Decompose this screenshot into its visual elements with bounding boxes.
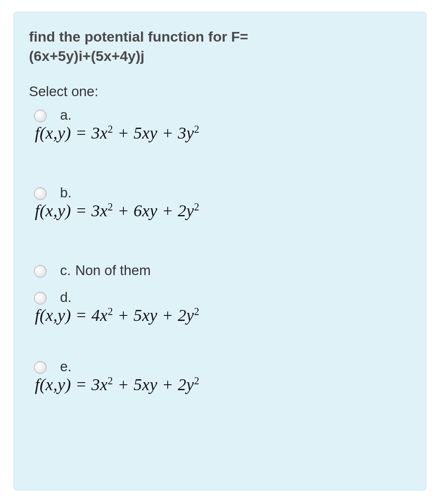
- option-e-formula: f(x,y) = 3x2 + 5xy + 2y2: [35, 375, 411, 394]
- question-text: find the potential function for F= (6x+5…: [29, 27, 411, 66]
- radio-b[interactable]: [34, 187, 47, 200]
- option-a-body: a. f(x,y) = 3x2 + 5xy + 3y2: [60, 107, 411, 143]
- question-line2: (6x+5y)i+(5x+4y)j: [29, 48, 144, 64]
- option-c-label: c.: [60, 262, 71, 278]
- option-a-label: a.: [60, 107, 411, 123]
- option-c[interactable]: c. Non of them: [34, 262, 411, 278]
- options-group: a. f(x,y) = 3x2 + 5xy + 3y2 b. f(x,y) = …: [29, 107, 411, 394]
- option-e-body: e. f(x,y) = 3x2 + 5xy + 2y2: [60, 359, 411, 394]
- radio-e[interactable]: [34, 361, 47, 374]
- option-b-formula: f(x,y) = 3x2 + 6xy + 2y2: [35, 201, 411, 220]
- option-e-label: e.: [60, 359, 411, 375]
- question-card: find the potential function for F= (6x+5…: [13, 12, 427, 491]
- option-d-label: d.: [60, 289, 411, 305]
- radio-c[interactable]: [34, 265, 47, 278]
- option-d[interactable]: d. f(x,y) = 4x2 + 5xy + 2y2: [34, 289, 411, 325]
- option-d-formula: f(x,y) = 4x2 + 5xy + 2y2: [35, 305, 411, 325]
- option-d-body: d. f(x,y) = 4x2 + 5xy + 2y2: [60, 289, 411, 325]
- page: find the potential function for F= (6x+5…: [0, 0, 440, 504]
- option-e[interactable]: e. f(x,y) = 3x2 + 5xy + 2y2: [34, 359, 411, 394]
- option-a-formula: f(x,y) = 3x2 + 5xy + 3y2: [35, 123, 411, 143]
- select-one-prompt: Select one:: [29, 84, 411, 100]
- option-c-text: Non of them: [75, 262, 151, 278]
- radio-a[interactable]: [34, 110, 47, 122]
- radio-d[interactable]: [34, 292, 47, 304]
- option-a[interactable]: a. f(x,y) = 3x2 + 5xy + 3y2: [34, 107, 411, 143]
- option-b-body: b. f(x,y) = 3x2 + 6xy + 2y2: [60, 185, 411, 220]
- option-b[interactable]: b. f(x,y) = 3x2 + 6xy + 2y2: [34, 185, 411, 220]
- option-b-label: b.: [60, 185, 411, 201]
- option-c-body: c. Non of them: [60, 262, 411, 278]
- question-line1: find the potential function for F=: [29, 29, 248, 45]
